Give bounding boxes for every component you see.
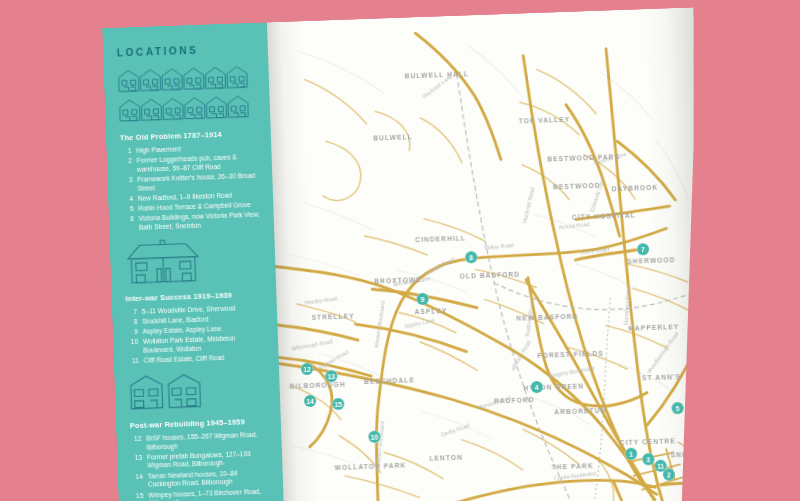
location-list-item: 6Victoria Buildings, now Victoria Park V… <box>123 211 262 233</box>
map-marker: 3 <box>642 453 654 465</box>
section-title: Post-war Rebuilding 1945–1959 <box>130 416 268 430</box>
map-area: BULWELL HALLBULWELLTOP VALLEYBESTWOOD PA… <box>267 7 713 501</box>
section-interwar: Inter-war Success 1919–1939 75–11 Woodvi… <box>125 289 265 366</box>
map-marker: 4 <box>531 381 543 393</box>
map-marker: 1 <box>625 448 637 460</box>
map-marker: 7 <box>637 243 649 255</box>
map-marker: 6 <box>688 414 700 426</box>
terraced-houses-illustration <box>117 64 257 125</box>
photo-background: LOCATIONS The <box>0 0 800 501</box>
section-postwar: Post-war Rebuilding 1945–1959 12BISF hou… <box>130 416 271 501</box>
location-list: 12BISF houses, 155–267 Wigman Road, Bilb… <box>130 430 271 501</box>
panel-title: LOCATIONS <box>117 43 255 59</box>
location-list: 1High Pavement2Former Loggerheads pub, c… <box>120 143 261 233</box>
map-marker: 8 <box>465 251 477 263</box>
section-title: The Old Problem 1787–1914 <box>120 129 258 143</box>
locations-panel: LOCATIONS The <box>102 22 286 501</box>
map-marker: 5 <box>671 402 683 414</box>
map-marker: 14 <box>304 395 316 407</box>
map-marker: 9 <box>416 293 428 305</box>
section-title: Inter-war Success 1919–1939 <box>125 289 263 303</box>
marker-layer: 123456789101112131415 <box>267 7 713 501</box>
section-old-problem: The Old Problem 1787–1914 1High Pavement… <box>120 129 261 233</box>
map-marker: 15 <box>332 398 344 410</box>
map-marker: 13 <box>325 370 337 382</box>
postwar-houses-illustration <box>128 367 267 412</box>
map-marker: 12 <box>301 363 313 375</box>
map-marker: 10 <box>368 431 380 443</box>
map-leaflet: LOCATIONS The <box>102 7 713 501</box>
location-list: 75–11 Woodville Drive, Sherwood8Stockhil… <box>126 303 266 366</box>
interwar-house-illustration <box>123 234 263 285</box>
